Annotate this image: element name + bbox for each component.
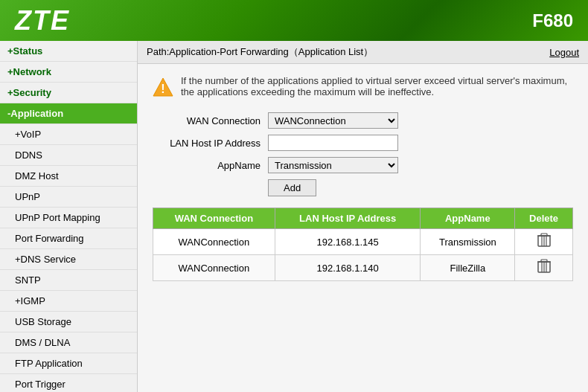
row2-app: FilleZilla	[421, 255, 515, 281]
sidebar-item-voip[interactable]: +VoIP	[0, 124, 137, 145]
row2-wan: WANConnection	[153, 255, 275, 281]
breadcrumb: Path:Application-Port Forwarding（Applica…	[147, 45, 373, 59]
zte-logo: ZTE	[15, 5, 70, 36]
delete-button-1[interactable]	[537, 233, 551, 251]
appname-select[interactable]: Transmission	[268, 157, 398, 173]
appname-row: AppName Transmission	[153, 157, 573, 173]
table-header-row: WAN Connection LAN Host IP Address AppNa…	[153, 208, 573, 229]
wan-connection-label: WAN Connection	[153, 115, 268, 126]
sidebar-item-upnp-port[interactable]: UPnP Port Mapping	[0, 208, 137, 228]
sidebar: +Status +Network +Security -Application …	[0, 41, 138, 392]
sidebar-item-status[interactable]: +Status	[0, 41, 137, 62]
main-content: Path:Application-Port Forwarding（Applica…	[138, 41, 588, 392]
warning-box: ! If the number of the applications appl…	[153, 75, 573, 97]
sidebar-item-port-forwarding[interactable]: Port Forwarding	[0, 228, 137, 249]
table-row: WANConnection 192.168.1.140 FilleZilla	[153, 255, 573, 281]
col-app: AppName	[421, 208, 515, 229]
layout: +Status +Network +Security -Application …	[0, 41, 588, 392]
table-body: WANConnection 192.168.1.145 Transmission	[153, 229, 573, 281]
content-area: ! If the number of the applications appl…	[138, 64, 588, 292]
sidebar-item-ddns[interactable]: DDNS	[0, 145, 137, 166]
application-table: WAN Connection LAN Host IP Address AppNa…	[153, 208, 573, 281]
sidebar-item-ftp[interactable]: FTP Application	[0, 353, 137, 374]
logout-link[interactable]: Logout	[549, 47, 579, 58]
sidebar-item-application[interactable]: -Application	[0, 103, 137, 124]
lan-host-ip-label: LAN Host IP Address	[153, 138, 268, 149]
sidebar-item-dlna[interactable]: DMS / DLNA	[0, 332, 137, 353]
sidebar-item-usb[interactable]: USB Storage	[0, 312, 137, 332]
wan-connection-row: WAN Connection WANConnection	[153, 112, 573, 129]
sidebar-item-security[interactable]: +Security	[0, 83, 137, 103]
col-delete: Delete	[515, 208, 573, 229]
add-button-container: Add	[268, 179, 573, 196]
add-button[interactable]: Add	[268, 179, 316, 196]
row2-delete	[515, 255, 573, 281]
row1-lan: 192.168.1.145	[275, 229, 421, 255]
row1-app: Transmission	[421, 229, 515, 255]
sidebar-item-port-trigger[interactable]: Port Trigger	[0, 374, 137, 392]
delete-button-2[interactable]	[537, 259, 551, 277]
trash-icon	[537, 233, 551, 248]
warning-icon: !	[153, 77, 173, 97]
model-name: F680	[532, 10, 573, 31]
lan-host-ip-row: LAN Host IP Address	[153, 135, 573, 151]
trash-icon	[537, 259, 551, 274]
svg-text:!: !	[161, 83, 164, 95]
col-lan: LAN Host IP Address	[275, 208, 421, 229]
row1-wan: WANConnection	[153, 229, 275, 255]
lan-host-ip-input[interactable]	[268, 135, 398, 151]
appname-label: AppName	[153, 160, 268, 171]
sidebar-item-sntp[interactable]: SNTP	[0, 270, 137, 291]
sidebar-item-dns[interactable]: +DNS Service	[0, 249, 137, 270]
wan-connection-select[interactable]: WANConnection	[268, 112, 398, 129]
col-wan: WAN Connection	[153, 208, 275, 229]
row2-lan: 192.168.1.140	[275, 255, 421, 281]
path-bar: Path:Application-Port Forwarding（Applica…	[138, 41, 588, 64]
row1-delete	[515, 229, 573, 255]
header: ZTE F680	[0, 0, 588, 41]
sidebar-item-igmp[interactable]: +IGMP	[0, 291, 137, 312]
sidebar-item-upnp[interactable]: UPnP	[0, 187, 137, 208]
table-row: WANConnection 192.168.1.145 Transmission	[153, 229, 573, 255]
warning-text: If the number of the applications applie…	[181, 75, 573, 97]
sidebar-item-dmz[interactable]: DMZ Host	[0, 166, 137, 187]
sidebar-item-network[interactable]: +Network	[0, 62, 137, 83]
